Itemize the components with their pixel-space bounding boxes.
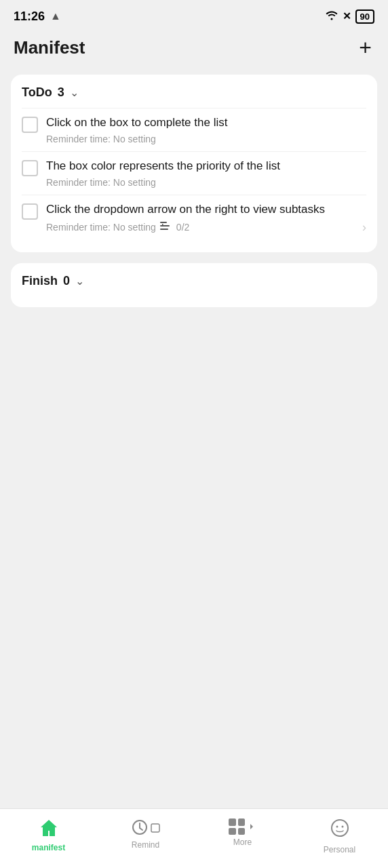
personal-icon	[330, 818, 349, 842]
task-checkbox-2[interactable]	[22, 160, 38, 176]
subtask-count: 0/2	[176, 222, 189, 233]
nav-item-more[interactable]: More	[194, 816, 291, 850]
task-expand-icon[interactable]: ›	[362, 220, 366, 235]
status-time: 11:26	[14, 9, 45, 24]
nav-item-personal[interactable]: Personal	[291, 816, 388, 857]
nav-item-manifest[interactable]: manifest	[0, 816, 97, 855]
warning-icon: ▲	[50, 10, 61, 22]
task-item: The box color represents the priority of…	[22, 151, 366, 195]
task-title-2: The box color represents the priority of…	[46, 159, 366, 174]
finish-section: Finish 0 ⌄	[11, 263, 377, 307]
finish-section-count: 0	[63, 274, 70, 288]
todo-section-title: ToDo	[22, 85, 52, 100]
svg-point-6	[332, 820, 348, 836]
battery-icon: 90	[355, 9, 374, 24]
subtask-icon	[160, 221, 172, 233]
task-reminder-1: Reminder time: No setting	[46, 134, 366, 144]
task-item: Click on the box to complete the list Re…	[22, 108, 366, 151]
nav-label-remind: Remind	[132, 840, 159, 850]
svg-point-7	[336, 826, 338, 828]
task-checkbox-1[interactable]	[22, 117, 38, 133]
add-task-button[interactable]: +	[356, 37, 374, 58]
bottom-nav: manifest Remind More	[0, 808, 388, 868]
more-icon	[229, 818, 256, 835]
status-bar: 11:26 ▲ ✕ 90	[0, 0, 388, 30]
manifest-icon	[39, 818, 59, 840]
svg-rect-2	[160, 229, 168, 230]
finish-chevron-down-icon[interactable]: ⌄	[75, 275, 84, 288]
cellular-icon: ✕	[343, 10, 351, 22]
todo-section-count: 3	[58, 85, 64, 100]
svg-rect-1	[160, 225, 170, 226]
svg-rect-3	[162, 224, 163, 226]
finish-section-title: Finish	[22, 274, 58, 288]
finish-section-header[interactable]: Finish 0 ⌄	[22, 274, 366, 288]
status-icons: ✕ 90	[325, 9, 374, 24]
task-reminder-3: Reminder time: No setting	[46, 222, 156, 233]
svg-rect-5	[151, 824, 159, 832]
task-footer-3: Reminder time: No setting 0/2 ›	[46, 220, 366, 235]
nav-label-manifest: manifest	[32, 843, 65, 852]
task-title-3: Click the dropdown arrow on the right to…	[46, 202, 366, 218]
remind-icon	[131, 818, 160, 837]
task-checkbox-3[interactable]	[22, 203, 38, 220]
task-content-3: Click the dropdown arrow on the right to…	[46, 202, 366, 235]
task-reminder-2: Reminder time: No setting	[46, 177, 366, 188]
todo-chevron-down-icon[interactable]: ⌄	[70, 86, 79, 99]
task-content-2: The box color represents the priority of…	[46, 159, 366, 188]
wifi-icon	[325, 9, 338, 23]
svg-point-8	[341, 826, 343, 828]
todo-section: ToDo 3 ⌄ Click on the box to complete th…	[11, 75, 377, 252]
page-title: Manifest	[14, 37, 85, 58]
status-left: 11:26 ▲	[14, 9, 61, 24]
header: Manifest +	[0, 30, 388, 68]
task-content-1: Click on the box to complete the list Re…	[46, 115, 366, 144]
nav-label-personal: Personal	[324, 845, 355, 854]
main-content: ToDo 3 ⌄ Click on the box to complete th…	[0, 68, 388, 808]
todo-section-header[interactable]: ToDo 3 ⌄	[22, 85, 366, 100]
task-item: Click the dropdown arrow on the right to…	[22, 195, 366, 241]
task-title-1: Click on the box to complete the list	[46, 115, 366, 131]
nav-label-more: More	[233, 837, 252, 847]
svg-rect-0	[160, 222, 167, 223]
nav-item-remind[interactable]: Remind	[97, 816, 194, 852]
